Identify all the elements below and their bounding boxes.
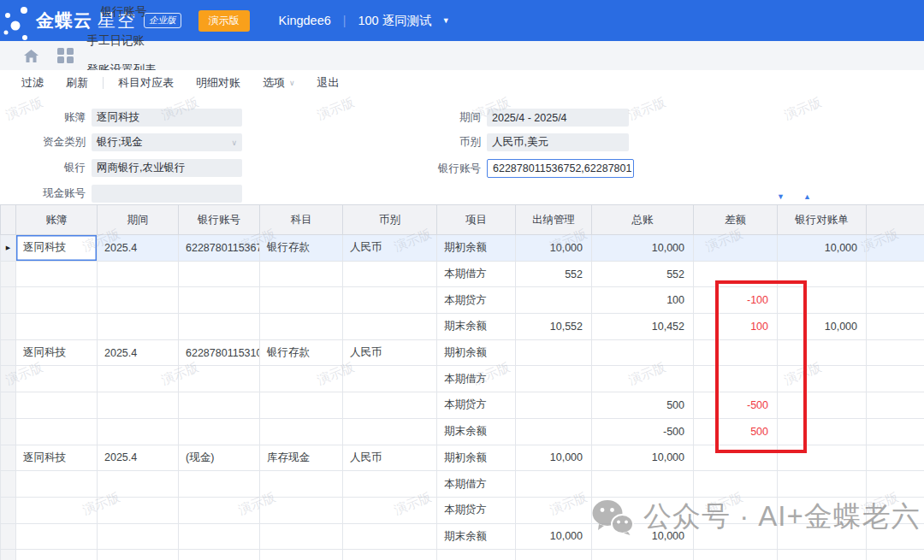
cell-period[interactable]	[98, 550, 179, 560]
cell-currency[interactable]: 人民币	[343, 445, 437, 471]
field-input-现金账号[interactable]	[92, 185, 242, 203]
cell-currency[interactable]	[343, 287, 437, 314]
cell-book[interactable]	[16, 314, 98, 340]
cell-cashier[interactable]	[516, 471, 592, 498]
table-row[interactable]: ▶逐同科技2025.4622878011536752银行存款人民币期初余额10,…	[1, 235, 924, 262]
expand-filter-icon[interactable]: ▲	[803, 192, 811, 201]
toolbar-button-明细对账[interactable]: 明细对账	[185, 75, 252, 91]
cell-ledger[interactable]	[592, 339, 694, 366]
cell-statement[interactable]: 10,000	[778, 235, 867, 262]
cell-cashier[interactable]: 10,000	[516, 523, 592, 550]
cell-item[interactable]: 本期借方	[437, 261, 516, 287]
cell-account[interactable]: 622878011536752	[179, 235, 260, 262]
cell-subject[interactable]	[260, 418, 343, 445]
cell-ledger[interactable]: -500	[592, 418, 694, 445]
cell-subject[interactable]: 库存现金	[260, 445, 343, 471]
cell-diff[interactable]: -100	[694, 287, 778, 314]
cell-book[interactable]	[16, 471, 98, 498]
cell-period[interactable]	[98, 261, 179, 287]
cell-statement[interactable]	[778, 550, 867, 560]
cell-item[interactable]: 期初余额	[437, 235, 516, 262]
cell-ledger[interactable]	[592, 497, 694, 523]
cell-account[interactable]: (现金)	[179, 445, 260, 471]
cell-item[interactable]: 本期贷方	[437, 287, 516, 314]
cell-ledger[interactable]	[592, 471, 694, 498]
column-header-科目[interactable]: 科目	[260, 205, 343, 235]
cell-period[interactable]	[98, 497, 179, 523]
column-header-币别[interactable]: 币别	[343, 205, 437, 235]
cell-subject[interactable]	[260, 392, 343, 419]
column-header-期间[interactable]: 期间	[98, 205, 179, 235]
toolbar-button-刷新[interactable]: 刷新	[55, 75, 99, 91]
cell-currency[interactable]	[343, 523, 437, 550]
cell-item[interactable]: 本期贷方	[437, 392, 516, 419]
column-header-出纳管理[interactable]: 出纳管理	[516, 205, 592, 235]
cell-currency[interactable]: 人民币	[343, 235, 437, 262]
org-dropdown-caret-icon[interactable]: ▼	[442, 16, 450, 25]
cell-statement[interactable]	[778, 366, 867, 392]
cell-statement[interactable]	[778, 392, 867, 419]
cell-cashier[interactable]	[516, 418, 592, 445]
cell-item[interactable]: 期末余额	[437, 314, 516, 340]
cell-statement[interactable]	[778, 471, 867, 498]
cell-cashier[interactable]: 10,552	[516, 314, 592, 340]
cell-currency[interactable]	[343, 550, 437, 560]
table-row[interactable]: 本期贷方	[1, 497, 924, 523]
cell-cashier[interactable]	[516, 339, 592, 366]
cell-book[interactable]	[16, 550, 98, 560]
cell-diff[interactable]	[694, 497, 778, 523]
column-header-账簿[interactable]: 账簿	[16, 205, 98, 235]
cell-book[interactable]: 逐同科技	[16, 235, 98, 262]
field-input-银行[interactable]: 网商银行,农业银行	[92, 159, 242, 177]
cell-subject[interactable]	[260, 471, 343, 498]
cell-ledger[interactable]	[592, 550, 694, 560]
cell-account[interactable]	[179, 497, 260, 523]
cell-statement[interactable]: 10,000	[778, 314, 867, 340]
table-row[interactable]: 本期贷方500-500	[1, 392, 924, 419]
cell-cashier[interactable]	[516, 366, 592, 392]
cell-account[interactable]	[179, 314, 260, 340]
cell-cashier[interactable]	[516, 392, 592, 419]
toolbar-button-科目对应表[interactable]: 科目对应表	[107, 75, 185, 91]
cell-diff[interactable]	[694, 339, 778, 366]
cell-period[interactable]: 2025.4	[98, 445, 179, 471]
column-header-银行对账单[interactable]: 银行对账单	[778, 205, 867, 235]
cell-item[interactable]	[437, 550, 516, 560]
app-grid-icon[interactable]	[57, 48, 74, 64]
cell-cashier[interactable]: 10,000	[516, 235, 592, 262]
cell-period[interactable]	[98, 314, 179, 340]
cell-ledger[interactable]: 10,000	[592, 235, 694, 262]
table-row[interactable]: 本期借方	[1, 471, 924, 498]
cell-statement[interactable]	[778, 418, 867, 445]
toolbar-button-选项[interactable]: 选项∨	[252, 75, 306, 91]
cell-currency[interactable]: 人民币	[343, 339, 437, 366]
field-input-期间[interactable]: 2025/4 - 2025/4	[487, 109, 629, 127]
cell-account[interactable]	[179, 550, 260, 560]
cell-period[interactable]	[98, 418, 179, 445]
cell-cashier[interactable]	[516, 287, 592, 314]
cell-currency[interactable]	[343, 392, 437, 419]
cell-statement[interactable]	[778, 497, 867, 523]
column-header-银行账号[interactable]: 银行账号	[179, 205, 260, 235]
cell-period[interactable]	[98, 392, 179, 419]
organization-selector[interactable]: 100 逐同测试	[358, 13, 431, 29]
cell-ledger[interactable]: 552	[592, 261, 694, 287]
cell-statement[interactable]	[778, 287, 867, 314]
table-row[interactable]: 本期借方	[1, 366, 924, 392]
table-row[interactable]: 本期借方552552	[1, 261, 924, 287]
cell-book[interactable]	[16, 418, 98, 445]
column-header-项目[interactable]: 项目	[437, 205, 516, 235]
cell-currency[interactable]	[343, 418, 437, 445]
cell-subject[interactable]	[260, 497, 343, 523]
cell-item[interactable]: 本期借方	[437, 471, 516, 498]
tab-手工日记账[interactable]: 手工日记账	[74, 27, 184, 56]
cell-subject[interactable]: 银行存款	[260, 235, 343, 262]
cell-subject[interactable]	[260, 261, 343, 287]
cell-subject[interactable]	[260, 523, 343, 550]
cell-statement[interactable]	[778, 523, 867, 550]
cell-statement[interactable]	[778, 261, 867, 287]
cell-currency[interactable]	[343, 314, 437, 340]
cell-statement[interactable]	[778, 339, 867, 366]
field-input-银行账号[interactable]: 622878011536752,62287801	[487, 159, 634, 178]
cell-account[interactable]	[179, 523, 260, 550]
